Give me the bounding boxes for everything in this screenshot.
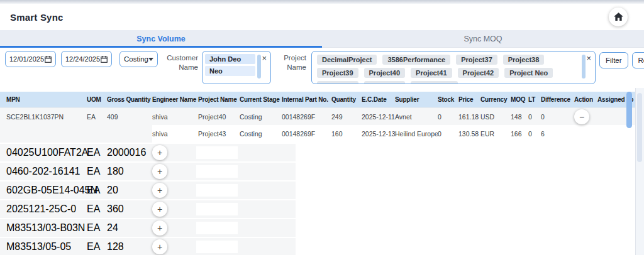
project-chip[interactable]: Project39	[317, 68, 358, 78]
project-name-label: Project Name	[277, 51, 306, 72]
reset-button[interactable]: Reset	[632, 52, 644, 68]
project-name-listbox[interactable]: DecimalProject 3586Performance Project37…	[311, 51, 596, 84]
project-chip[interactable]: Project Neo	[504, 68, 553, 78]
uom-value: EA	[87, 222, 107, 234]
column-header-uom: UOM	[87, 96, 107, 103]
stock-value: 0	[438, 130, 458, 138]
table-row: M83513/03-B03N EA 24 +	[0, 219, 644, 237]
lt-value: 0	[528, 130, 541, 138]
customer-option[interactable]: John Deo	[205, 54, 255, 64]
project-chip[interactable]: DecimalProject	[317, 55, 377, 65]
expand-row-button[interactable]: +	[152, 145, 167, 160]
gross-qty-value: 24	[107, 222, 152, 234]
difference-value: 6	[541, 130, 574, 138]
price-value: 161.18	[458, 113, 480, 121]
column-header-mpn: MPN	[6, 96, 87, 103]
mpn-value: M83513/05-05	[6, 241, 87, 252]
column-header-currency: Currency	[480, 96, 511, 103]
uom-value: EA	[87, 113, 107, 121]
column-header-gross-qty: Gross Quantity	[107, 96, 152, 103]
moq-value: 148	[511, 113, 528, 121]
project-chip[interactable]: Project40	[364, 68, 406, 78]
project-chip[interactable]: Project42	[458, 68, 499, 78]
quantity-value: 249	[331, 113, 362, 121]
close-icon[interactable]: ×	[584, 54, 593, 62]
plus-icon: +	[157, 242, 162, 251]
stock-value: 0	[438, 113, 458, 121]
date-from-field[interactable]	[5, 51, 56, 67]
internal-part-value: 00148269F	[282, 130, 331, 138]
filter-button[interactable]: Filter	[599, 52, 628, 68]
date-to-field[interactable]	[61, 51, 112, 67]
table-row: 2025121-25C-0 EA 360 +	[0, 200, 644, 218]
stage-value: Costing	[240, 130, 282, 138]
table-row: M83513/05-05 EA 128 +	[0, 238, 644, 255]
uom-value: EA	[87, 203, 107, 215]
table-header-row: MPN UOM Gross Quantity Engineer Name Pro…	[0, 92, 644, 107]
empty-project-cell	[196, 165, 238, 178]
page-scrollbar[interactable]	[635, 88, 644, 255]
project-chip[interactable]: Project41	[411, 68, 452, 78]
uom-value: EA	[87, 147, 107, 158]
tab-sync-moq[interactable]: Sync MOQ	[322, 30, 644, 47]
mpn-value: SCE2BL1K1037PN	[6, 113, 87, 121]
project-chip[interactable]: Project43	[317, 81, 358, 84]
column-header-lt: LT	[528, 96, 541, 103]
date-from-input[interactable]	[9, 55, 45, 63]
expand-row-button[interactable]: +	[152, 164, 167, 179]
table-row: 04025U100FAT2A EA 2000016 +	[0, 144, 644, 161]
project-chip[interactable]: 3586Performance	[382, 55, 450, 65]
customer-name-label: Customer Name	[162, 51, 198, 72]
customer-option[interactable]: Neo	[205, 66, 255, 76]
plus-icon: +	[157, 186, 162, 195]
calendar-icon	[45, 56, 52, 63]
stage-select[interactable]: Costing	[119, 51, 158, 67]
quantity-value: 160	[331, 130, 362, 138]
plus-icon: +	[157, 167, 162, 176]
page-title: Smart Sync	[10, 12, 64, 23]
table-row-expanded: SCE2BL1K1037PN EA 409 shiva Project40 Co…	[0, 107, 644, 125]
empty-project-cell	[196, 222, 238, 234]
table-row-expanded-detail: shiva Project43 Costing 00148269F 160 20…	[0, 125, 644, 143]
app-bar: Smart Sync	[0, 4, 644, 30]
internal-part-value: 00148269F	[282, 113, 331, 121]
moq-value: 166	[511, 130, 528, 138]
table-row: 0460-202-16141 EA 180 +	[0, 163, 644, 180]
mpn-value: M83513/03-B03N	[6, 222, 87, 234]
column-header-moq: MOQ	[511, 96, 528, 103]
project-chip[interactable]: TISPL-3663	[411, 81, 458, 84]
gross-qty-value: 128	[107, 241, 152, 252]
expand-row-button[interactable]: +	[152, 239, 167, 254]
empty-project-cell	[196, 241, 238, 253]
project-chip[interactable]: Project37	[456, 55, 497, 65]
close-icon[interactable]: ×	[260, 54, 269, 62]
date-to-input[interactable]	[65, 55, 101, 63]
chevron-down-icon	[148, 58, 153, 61]
table-scrollbar-thumb[interactable]	[626, 92, 632, 128]
tab-sync-volume[interactable]: Sync Volume	[0, 30, 322, 47]
plus-icon: +	[157, 205, 162, 214]
tab-bar: Sync Volume Sync MOQ	[0, 30, 644, 48]
customer-name-listbox[interactable]: John Deo Neo ×	[202, 51, 271, 84]
expand-row-button[interactable]: +	[152, 183, 167, 198]
column-header-action: Action	[574, 96, 597, 103]
expand-row-button[interactable]: +	[152, 220, 167, 236]
collapse-row-button[interactable]: −	[574, 109, 589, 124]
home-button[interactable]	[609, 8, 628, 26]
gross-qty-value: 2000016	[107, 147, 152, 158]
column-header-ecdate: E.C.Date	[362, 96, 395, 103]
project-chip[interactable]: Project44	[364, 81, 406, 84]
ecdate-value: 2025-12-11	[362, 113, 395, 121]
page-scrollbar-thumb[interactable]	[637, 93, 642, 162]
smart-sync-screen: Smart Sync Sync Volume Sync MOQ	[0, 0, 644, 255]
column-header-stock: Stock	[438, 96, 458, 103]
empty-project-cell	[196, 146, 238, 159]
stage-value: Costing	[240, 113, 282, 121]
column-header-quantity: Quantity	[331, 96, 362, 103]
project-chip[interactable]: Project38	[503, 55, 545, 65]
supplier-value: Avnet	[395, 113, 438, 121]
expand-row-button[interactable]: +	[152, 202, 167, 217]
gross-qty-value: 180	[107, 166, 152, 177]
table-row: 602GB-05E14-045N EA 20 +	[0, 182, 644, 199]
column-header-difference: Difference	[541, 96, 574, 103]
